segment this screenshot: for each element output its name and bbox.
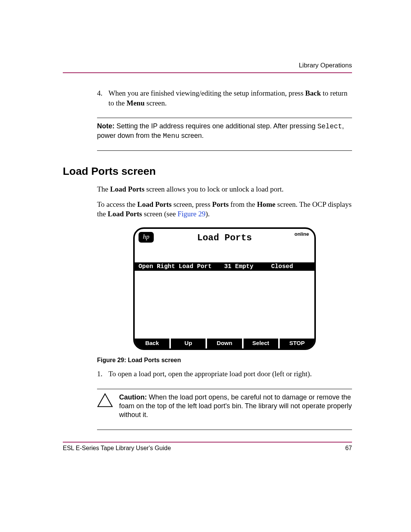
text-fragment: from the — [229, 200, 257, 208]
bold-back: Back — [305, 89, 321, 97]
bold-menu: Menu — [127, 99, 145, 107]
down-button[interactable]: Down — [207, 339, 243, 348]
mono-select: Select — [317, 123, 342, 130]
caution-triangle-icon — [97, 393, 113, 407]
port-state: Closed — [266, 263, 311, 270]
mono-menu: Menu — [163, 132, 179, 140]
screen-title: Load Ports — [135, 233, 314, 243]
figure-link[interactable]: Figure 29 — [178, 210, 206, 218]
caution-rule-bottom — [97, 430, 352, 430]
caution-rule-top — [97, 389, 352, 389]
text-fragment: screen, press — [172, 200, 212, 208]
caution-label: Caution: — [119, 393, 147, 401]
bold-text: Ports — [212, 200, 229, 208]
footer-rule — [63, 442, 352, 443]
text-fragment: ). — [206, 210, 210, 218]
step-number: 4. — [97, 88, 108, 108]
note-label: Note: — [97, 122, 115, 130]
page-footer: ESL E-Series Tape Library User's Guide 6… — [63, 442, 352, 452]
svg-marker-0 — [98, 394, 112, 407]
stop-button[interactable]: STOP — [280, 339, 314, 348]
section-heading: Load Ports screen — [63, 165, 352, 177]
text-fragment: Setting the IP address requires one addi… — [115, 122, 317, 130]
text-fragment: The — [97, 185, 110, 193]
port-slots: 31 Empty — [224, 263, 266, 270]
select-button[interactable]: Select — [244, 339, 280, 348]
paragraph-1: The Load Ports screen allows you to lock… — [97, 184, 352, 194]
note-rule-top — [97, 118, 352, 118]
step-number: 1. — [97, 369, 108, 379]
port-row-selected[interactable]: Open Right Load Port 31 Empty Closed — [135, 262, 314, 271]
text-fragment: screen allows you to lock or unlock a lo… — [145, 185, 284, 193]
caution-block: Caution: When the load port opens, be ca… — [97, 393, 352, 420]
bold-load-ports: Load Ports — [110, 185, 144, 193]
step-text: To open a load port, open the appropriat… — [108, 369, 352, 379]
note-block: Note: Setting the IP address requires on… — [97, 122, 352, 141]
text-fragment: screen. — [179, 132, 204, 139]
softkey-bar: Back Up Down Select STOP — [135, 339, 314, 348]
caution-body: When the load port opens, be careful not… — [119, 393, 352, 419]
step-4: 4. When you are finished viewing/editing… — [97, 88, 352, 108]
figure-caption: Figure 29: Load Ports screen — [97, 357, 352, 364]
step-text: When you are finished viewing/editing th… — [108, 88, 352, 108]
step-1: 1. To open a load port, open the appropr… — [97, 369, 352, 379]
port-name: Open Right Load Port — [139, 263, 224, 270]
running-header: Library Operations — [63, 62, 352, 69]
bold-text: Home — [257, 200, 276, 208]
text-fragment: When you are finished viewing/editing th… — [108, 89, 305, 97]
bold-text: Load Ports — [137, 200, 172, 208]
header-rule — [63, 72, 352, 73]
text-fragment: screen. — [145, 99, 167, 107]
text-fragment: To access the — [97, 200, 137, 208]
back-button[interactable]: Back — [135, 339, 171, 348]
bold-text: Load Ports — [108, 210, 142, 218]
note-rule-bottom — [97, 150, 352, 151]
page-number: 67 — [345, 445, 352, 452]
up-button[interactable]: Up — [171, 339, 207, 348]
footer-title: ESL E-Series Tape Library User's Guide — [63, 445, 171, 452]
online-status: online — [295, 231, 309, 237]
ocp-screen: hp Load Ports online Open Right Load Por… — [133, 227, 316, 350]
paragraph-2: To access the Load Ports screen, press P… — [97, 200, 352, 219]
figure-29: hp Load Ports online Open Right Load Por… — [97, 227, 352, 350]
text-fragment: screen (see — [142, 210, 177, 218]
